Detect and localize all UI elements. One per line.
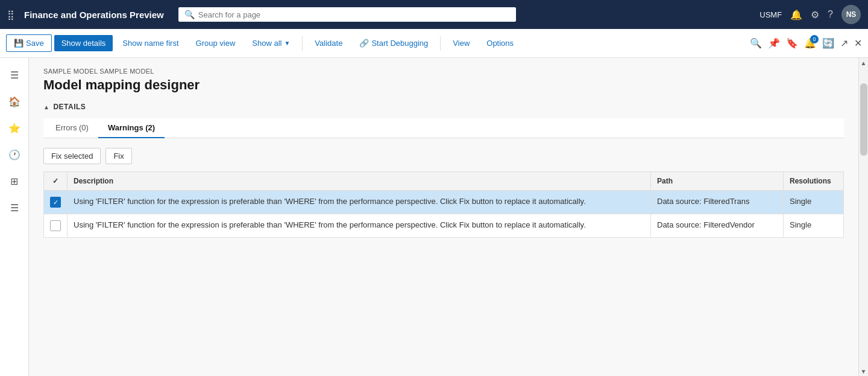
row-1-description: Using 'FILTER' function for the expressi… [68,191,651,214]
scrollbar: ▲ ▼ [858,58,868,376]
collapse-icon: ▲ [43,104,49,110]
notifications-toolbar-icon[interactable]: 🔔 0 [804,37,816,49]
settings-icon[interactable]: ⚙ [811,9,819,21]
row-1-checkbox[interactable]: ✓ [50,197,61,208]
row-1-checkbox-cell[interactable]: ✓ [44,191,68,214]
save-button[interactable]: 💾 Save [6,34,52,52]
show-all-dropdown-arrow: ▼ [284,40,290,46]
scroll-up-button[interactable]: ▲ [859,58,868,68]
table-row[interactable]: ✓ Using 'FILTER' function for the expres… [44,191,844,214]
app-grid-icon[interactable]: ⣿ [7,9,14,21]
table-row[interactable]: Using 'FILTER' function for the expressi… [44,214,844,238]
top-nav-right: USMF 🔔 ⚙ ? NS [760,5,861,24]
breadcrumb: SAMPLE MODEL SAMPLE MODEL [43,68,844,75]
show-all-button[interactable]: Show all ▼ [245,35,297,51]
search-icon: 🔍 [184,10,195,19]
fix-button[interactable]: Fix [105,148,131,164]
page-title: Model mapping designer [43,77,844,93]
show-details-button[interactable]: Show details [54,35,113,51]
app-title: Finance and Operations Preview [24,10,164,20]
toolbar-divider-1 [302,36,303,51]
refresh-icon[interactable]: 🔄 [822,37,834,49]
main-layout: ☰ 🏠 ⭐ 🕐 ⊞ ☰ SAMPLE MODEL SAMPLE MODEL Mo… [0,58,868,376]
details-section-header[interactable]: ▲ DETAILS [43,103,844,111]
toolbar: 💾 Save Show details Show name first Grou… [0,29,868,58]
open-icon[interactable]: ↗ [840,37,848,49]
scroll-down-button[interactable]: ▼ [859,366,868,376]
bookmark-icon[interactable]: 🔖 [786,37,798,49]
toolbar-divider-2 [440,36,441,51]
select-all-checkbox[interactable]: ✓ [52,177,58,185]
content-area: SAMPLE MODEL SAMPLE MODEL Model mapping … [29,58,858,376]
tab-errors[interactable]: Errors (0) [46,118,98,138]
sidebar-recent-icon[interactable]: 🕐 [2,142,27,167]
row-1-resolutions: Single [784,191,844,214]
tab-warnings[interactable]: Warnings (2) [98,118,165,138]
fix-selected-button[interactable]: Fix selected [43,148,101,164]
help-icon[interactable]: ? [828,9,833,20]
sidebar-home-icon[interactable]: 🏠 [2,89,27,113]
debug-icon: 🔗 [359,39,369,48]
company-label: USMF [760,10,782,19]
pin-icon[interactable]: 📌 [768,37,780,49]
row-2-checkbox[interactable] [50,220,61,231]
row-2-checkbox-cell[interactable] [44,214,68,238]
show-name-first-button[interactable]: Show name first [115,35,186,51]
sidebar-workspaces-icon[interactable]: ⊞ [2,169,27,193]
sidebar-favorites-icon[interactable]: ⭐ [2,116,27,140]
toolbar-search-icon[interactable]: 🔍 [750,37,762,49]
search-input[interactable] [198,10,510,19]
row-2-description: Using 'FILTER' function for the expressi… [68,214,651,238]
search-bar: 🔍 [178,7,516,22]
sidebar-menu-icon[interactable]: ☰ [2,63,27,87]
save-icon: 💾 [14,39,24,48]
fix-actions: Fix selected Fix [43,148,844,164]
details-tabs: Errors (0) Warnings (2) [43,118,844,138]
start-debugging-button[interactable]: 🔗 Start Debugging [352,35,435,51]
options-button[interactable]: Options [479,35,521,51]
notifications-icon[interactable]: 🔔 [790,9,802,21]
details-label: DETAILS [53,103,86,111]
warnings-table: ✓ Description Path Resolutions ✓ Using '… [43,171,844,238]
sidebar: ☰ 🏠 ⭐ 🕐 ⊞ ☰ [0,58,29,376]
col-header-description: Description [68,172,651,191]
top-nav: ⣿ Finance and Operations Preview 🔍 USMF … [0,0,868,29]
view-button[interactable]: View [445,35,477,51]
row-1-path: Data source: FilteredTrans [651,191,784,214]
col-header-path: Path [651,172,784,191]
close-icon[interactable]: ✕ [854,37,862,49]
col-header-check: ✓ [44,172,68,191]
validate-button[interactable]: Validate [307,35,350,51]
row-2-resolutions: Single [784,214,844,238]
col-header-resolutions: Resolutions [784,172,844,191]
scrollbar-thumb[interactable] [860,83,867,156]
sidebar-modules-icon[interactable]: ☰ [2,196,27,220]
row-2-path: Data source: FilteredVendor [651,214,784,238]
avatar[interactable]: NS [841,5,861,24]
group-view-button[interactable]: Group view [189,35,243,51]
